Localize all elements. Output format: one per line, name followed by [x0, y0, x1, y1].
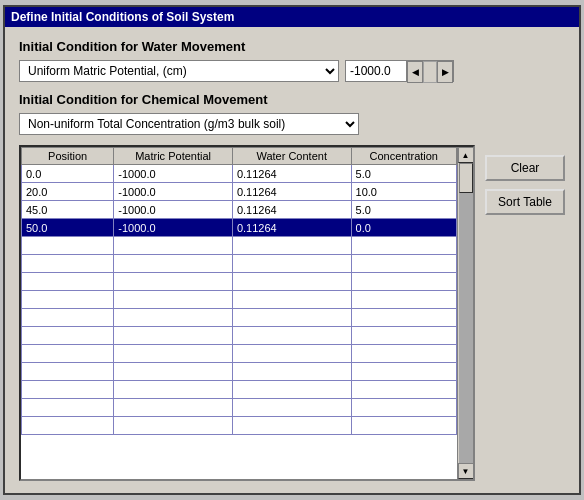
table-row[interactable]: [22, 327, 457, 345]
cell-position[interactable]: 45.0: [22, 201, 114, 219]
cell-water[interactable]: 0.11264: [232, 201, 351, 219]
cell-matric[interactable]: -1000.0: [114, 165, 233, 183]
cell-position[interactable]: [22, 417, 114, 435]
cell-matric[interactable]: [114, 345, 233, 363]
cell-water[interactable]: 0.11264: [232, 219, 351, 237]
cell-position[interactable]: [22, 399, 114, 417]
table-row[interactable]: 45.0-1000.00.112645.0: [22, 201, 457, 219]
table-row[interactable]: 20.0-1000.00.1126410.0: [22, 183, 457, 201]
cell-water[interactable]: [232, 291, 351, 309]
cell-conc[interactable]: 5.0: [351, 165, 456, 183]
cell-conc[interactable]: 10.0: [351, 183, 456, 201]
cell-conc[interactable]: 0.0: [351, 219, 456, 237]
table-row[interactable]: 50.0-1000.00.112640.0: [22, 219, 457, 237]
cell-conc[interactable]: [351, 291, 456, 309]
table-row[interactable]: [22, 381, 457, 399]
cell-conc[interactable]: [351, 255, 456, 273]
title-bar: Define Initial Conditions of Soil System: [5, 7, 579, 27]
cell-matric[interactable]: [114, 273, 233, 291]
table-row[interactable]: [22, 237, 457, 255]
cell-position[interactable]: [22, 273, 114, 291]
cell-conc[interactable]: [351, 237, 456, 255]
cell-water[interactable]: 0.11264: [232, 165, 351, 183]
table-row[interactable]: [22, 345, 457, 363]
table-row[interactable]: [22, 309, 457, 327]
scroll-thumb[interactable]: [459, 163, 473, 193]
cell-position[interactable]: [22, 237, 114, 255]
table-row[interactable]: [22, 273, 457, 291]
cell-water[interactable]: [232, 381, 351, 399]
cell-position[interactable]: [22, 345, 114, 363]
water-controls: Uniform Matric Potential, (cm)Non-unifor…: [19, 60, 565, 82]
cell-position[interactable]: [22, 363, 114, 381]
cell-water[interactable]: [232, 309, 351, 327]
cell-conc[interactable]: [351, 345, 456, 363]
cell-matric[interactable]: [114, 255, 233, 273]
cell-matric[interactable]: -1000.0: [114, 183, 233, 201]
water-dropdown[interactable]: Uniform Matric Potential, (cm)Non-unifor…: [19, 60, 339, 82]
cell-water[interactable]: [232, 417, 351, 435]
cell-water[interactable]: 0.11264: [232, 183, 351, 201]
water-section: Initial Condition for Water Movement Uni…: [19, 39, 565, 82]
table-row[interactable]: [22, 255, 457, 273]
scroll-down-btn[interactable]: ▼: [458, 463, 474, 479]
cell-water[interactable]: [232, 273, 351, 291]
chemical-dropdown[interactable]: Non-uniform Total Concentration (g/m3 bu…: [19, 113, 359, 135]
col-header-matric: Matric Potential: [114, 148, 233, 165]
cell-conc[interactable]: [351, 381, 456, 399]
main-area: Position Matric Potential Water Content …: [19, 145, 565, 481]
cell-matric[interactable]: [114, 291, 233, 309]
table-row[interactable]: [22, 399, 457, 417]
col-header-conc: Concentration: [351, 148, 456, 165]
cell-matric[interactable]: [114, 309, 233, 327]
cell-water[interactable]: [232, 327, 351, 345]
cell-position[interactable]: [22, 309, 114, 327]
cell-conc[interactable]: [351, 309, 456, 327]
cell-position[interactable]: [22, 255, 114, 273]
cell-water[interactable]: [232, 255, 351, 273]
cell-position[interactable]: [22, 291, 114, 309]
chemical-section-title: Initial Condition for Chemical Movement: [19, 92, 565, 107]
cell-conc[interactable]: 5.0: [351, 201, 456, 219]
cell-matric[interactable]: -1000.0: [114, 219, 233, 237]
cell-conc[interactable]: [351, 417, 456, 435]
cell-conc[interactable]: [351, 399, 456, 417]
cell-matric[interactable]: [114, 381, 233, 399]
clear-button[interactable]: Clear: [485, 155, 565, 181]
cell-water[interactable]: [232, 237, 351, 255]
window-title: Define Initial Conditions of Soil System: [11, 10, 234, 24]
table-row[interactable]: 0.0-1000.00.112645.0: [22, 165, 457, 183]
cell-water[interactable]: [232, 363, 351, 381]
table-row[interactable]: [22, 417, 457, 435]
cell-position[interactable]: 20.0: [22, 183, 114, 201]
table-row[interactable]: [22, 291, 457, 309]
cell-conc[interactable]: [351, 327, 456, 345]
scroll-up-btn[interactable]: ▲: [458, 147, 474, 163]
cell-position[interactable]: [22, 327, 114, 345]
cell-conc[interactable]: [351, 273, 456, 291]
cell-matric[interactable]: -1000.0: [114, 201, 233, 219]
spin-thumb: [423, 61, 437, 83]
table-scroll-wrap: Position Matric Potential Water Content …: [21, 147, 473, 479]
cell-position[interactable]: [22, 381, 114, 399]
content-area: Initial Condition for Water Movement Uni…: [5, 27, 579, 493]
cell-matric[interactable]: [114, 363, 233, 381]
cell-water[interactable]: [232, 345, 351, 363]
sort-table-button[interactable]: Sort Table: [485, 189, 565, 215]
cell-matric[interactable]: [114, 327, 233, 345]
cell-matric[interactable]: [114, 417, 233, 435]
cell-matric[interactable]: [114, 399, 233, 417]
spin-right-btn[interactable]: ▶: [437, 61, 453, 83]
side-buttons: Clear Sort Table: [485, 145, 565, 481]
cell-conc[interactable]: [351, 363, 456, 381]
spinbox-input[interactable]: [346, 61, 406, 81]
scroll-track[interactable]: [459, 163, 473, 463]
spin-left-btn[interactable]: ◀: [407, 61, 423, 83]
cell-position[interactable]: 50.0: [22, 219, 114, 237]
cell-matric[interactable]: [114, 237, 233, 255]
table-row[interactable]: [22, 363, 457, 381]
cell-position[interactable]: 0.0: [22, 165, 114, 183]
col-header-position: Position: [22, 148, 114, 165]
spinbox: ◀ ▶: [345, 60, 454, 82]
cell-water[interactable]: [232, 399, 351, 417]
